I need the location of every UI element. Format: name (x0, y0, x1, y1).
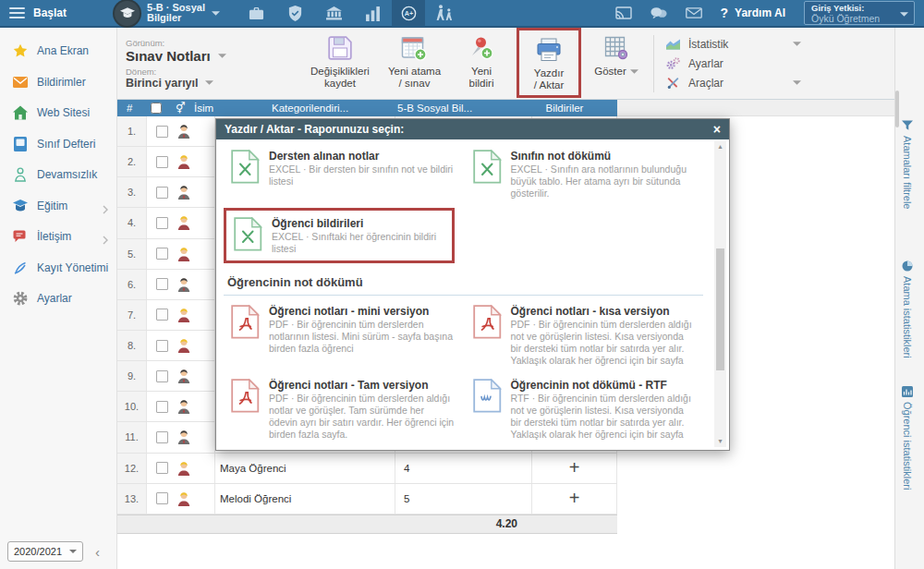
mail-icon[interactable] (686, 6, 702, 19)
report-item-öğrenci-bildirileri[interactable]: Öğrenci bildirileri EXCEL · Sınıftaki he… (226, 211, 452, 260)
row-checkbox[interactable] (156, 431, 168, 443)
report-item-öğrenci-notları-kısa-versiyon[interactable]: Öğrenci notları - kısa versiyon PDF · Bi… (466, 298, 704, 372)
row-checkbox[interactable] (156, 248, 168, 260)
row-checkbox[interactable] (156, 340, 168, 352)
sidebar-item-ana-ekran[interactable]: Ana Ekran (0, 36, 116, 67)
toolbar-menu-araçlar[interactable]: Araçlar (665, 77, 827, 90)
sidebar-item-s-n-f-defteri[interactable]: Sınıf Defteri (0, 129, 116, 160)
table-row[interactable]: 13. Melodi Öğrenci 5 + (117, 484, 617, 515)
değişiklikleri-kaydet-button[interactable]: Değişikliklerikaydet (303, 29, 377, 93)
row-checkbox[interactable] (156, 370, 168, 382)
chat-icon[interactable] (650, 6, 667, 19)
table-row[interactable]: 12. Maya Öğrenci 4 + (117, 454, 617, 484)
panel-tab-atama-istatistikleri[interactable]: Atama istatistikleri (902, 260, 913, 358)
row-checkbox[interactable] (156, 309, 168, 321)
briefcase-icon[interactable] (237, 0, 275, 27)
yeni-bildiri-button[interactable]: Yenibildiri (452, 29, 511, 93)
topbar: Başlat 5-B · Sosyal Bilgiler A+ ? Yardım… (0, 0, 924, 28)
student-avatar-icon (176, 460, 192, 477)
right-side-panel: Atamaları filtrele Atama istatistikleri … (894, 28, 924, 569)
row-checkbox[interactable] (156, 187, 168, 199)
göster-button[interactable]: Göster (587, 29, 646, 81)
yazdır-aktar-button[interactable]: Yazdır/ Aktar (519, 30, 578, 95)
add-entry-button[interactable]: + (532, 454, 617, 483)
yeni-atama-sınav-button[interactable]: Yeni atama/ sınav (381, 29, 448, 93)
education-icon (12, 198, 29, 213)
student-name: Maya Öğrenci (215, 454, 395, 483)
panel-tab-atamaları-filtrele[interactable]: Atamaları filtrele (902, 120, 913, 209)
scrollbar-thumb[interactable] (895, 91, 899, 127)
toolbar-menu-i-statistik[interactable]: İstatistik (665, 38, 827, 51)
report-description: RTF · Bir öğrencinin tüm derslerden aldı… (511, 393, 697, 441)
close-icon[interactable]: × (713, 123, 721, 136)
select-all-checkbox[interactable] (151, 103, 162, 114)
report-title: Sınıfın not dökümü (511, 150, 697, 163)
row-checkbox[interactable] (156, 126, 168, 138)
row-checkbox[interactable] (156, 156, 168, 168)
table-footer: 4.20 (117, 515, 617, 534)
class-selector[interactable]: 5-B · Sosyal Bilgiler (115, 1, 220, 26)
row-checkbox[interactable] (156, 278, 168, 290)
calendar-plus-icon (401, 34, 427, 62)
sidebar-item-devams-zl-k[interactable]: Devamsızlık (0, 160, 116, 190)
sidebar-item-web-sitesi[interactable]: Web Sitesi (0, 98, 116, 128)
column-reports[interactable]: Bildiriler (515, 100, 614, 116)
class-average: 4.20 (395, 515, 532, 533)
scroll-up-icon[interactable]: ▴ (714, 141, 726, 152)
report-item-öğrencinin-not-dökümü-rtf[interactable]: Öğrencinin not dökümü - RTF RTF · Bir öğ… (466, 372, 704, 446)
report-item-öğrenci-notları-tam-versiyon[interactable]: Öğrenci notları - Tam versiyon PDF · Bir… (224, 372, 462, 446)
login-role-selector[interactable]: Giriş Yetkisi: Öykü Öğretmen (804, 1, 915, 25)
add-entry-button[interactable]: + (532, 484, 617, 514)
pdf-file-icon (473, 305, 502, 367)
print-export-dialog: Yazdır / Aktar - Raporunuzu seçin: × Der… (215, 118, 730, 451)
report-item-dersten-alınan-notlar[interactable]: Dersten alınan notlar EXCEL · Bir derste… (224, 143, 462, 193)
collapse-sidebar-button[interactable]: ‹ (95, 545, 100, 559)
scrollbar-thumb[interactable] (716, 248, 724, 370)
sidebar: Ana Ekran Bildirimler Web Sitesi Sınıf D… (0, 28, 117, 569)
walking-people-icon[interactable] (425, 0, 464, 27)
row-checkbox[interactable] (156, 401, 168, 413)
grade-a-plus-icon[interactable]: A+ (392, 0, 425, 27)
sidebar-item-label: Eğitim (37, 200, 67, 212)
report-section-title: Öğrencinin not dökümü (224, 267, 703, 296)
menu-icon[interactable] (9, 7, 25, 18)
annotation-highlight-box: Yazdır/ Aktar (517, 28, 581, 98)
column-category[interactable]: Kategorilendiri... (272, 100, 348, 116)
scroll-down-icon[interactable]: ▾ (714, 436, 726, 447)
panel-tab-öğrenci-istatistikleri[interactable]: Öğrenci istatistikleri (902, 386, 913, 490)
cast-icon[interactable] (615, 6, 632, 19)
sidebar-item-e-itim[interactable]: Eğitim (0, 191, 116, 222)
start-button[interactable]: Başlat (33, 6, 67, 19)
chart-sm-icon (902, 386, 913, 397)
report-item-sınıfın-not-dökümü[interactable]: Sınıfın not dökümü EXCEL · Sınıfın ara n… (466, 143, 704, 205)
toolbar-menu-ayarlar[interactable]: Ayarlar (665, 57, 827, 70)
view-select[interactable]: Sınav Notları (126, 48, 264, 64)
term-select[interactable]: Birinci yarıyıl (126, 77, 264, 90)
question-icon: ? (721, 6, 729, 20)
row-checkbox[interactable] (156, 492, 168, 504)
svg-text:A+: A+ (404, 9, 412, 18)
school-year-select[interactable]: 2020/2021 (7, 541, 83, 562)
column-name[interactable]: İsim (194, 100, 213, 116)
help-button[interactable]: ? Yardım AI (721, 6, 785, 20)
sidebar-item-i-leti-im[interactable]: İletişim (0, 222, 116, 252)
row-checkbox[interactable] (156, 462, 168, 474)
report-item-öğrenci-notları-mini-versiyon[interactable]: Öğrenci notları - mini versiyon PDF · Bi… (224, 298, 462, 360)
bank-icon[interactable] (314, 0, 353, 27)
row-checkbox[interactable] (156, 217, 168, 229)
grid-gear-icon (603, 34, 629, 62)
pdf-file-icon (231, 379, 260, 441)
sidebar-item-bildirimler[interactable]: Bildirimler (0, 67, 116, 98)
row-number: 13. (117, 484, 147, 514)
pin-plus-icon (468, 34, 494, 62)
dialog-header: Yazdır / Aktar - Raporunuzu seçin: × (216, 119, 729, 139)
shield-icon[interactable] (275, 0, 314, 27)
bar-chart-icon[interactable] (353, 0, 392, 27)
sidebar-item-ayarlar[interactable]: Ayarlar (0, 284, 116, 314)
student-avatar-icon (176, 398, 192, 415)
login-user-name: Öykü Öğretmen (811, 13, 907, 24)
topbar-module-icons: A+ (237, 0, 464, 27)
chat-red-icon (12, 229, 29, 245)
column-subject[interactable]: 5-B Sosyal Bil... (397, 100, 472, 116)
sidebar-item-kay-t-y-netimi[interactable]: Kayıt Yönetimi (0, 253, 116, 284)
